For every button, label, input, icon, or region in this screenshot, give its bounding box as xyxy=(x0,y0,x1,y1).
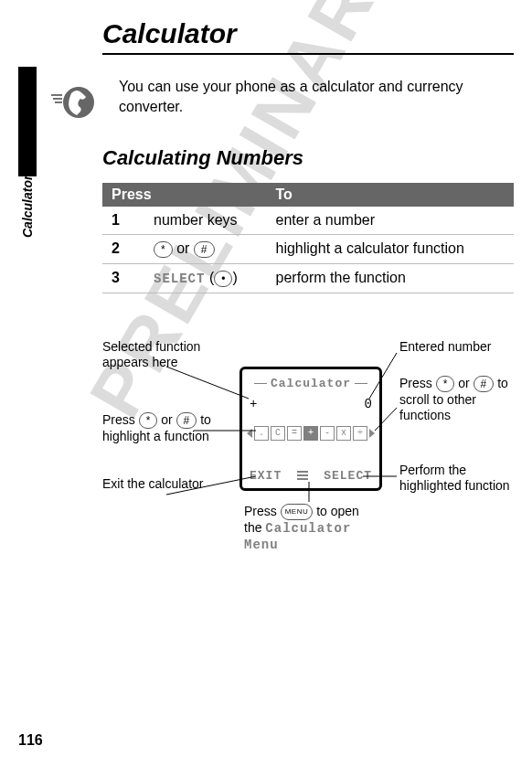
annotation-highlight-function: Press * or # to highlight a function xyxy=(102,412,230,445)
star-key-icon: * xyxy=(154,241,173,258)
func-box: x xyxy=(336,426,351,441)
th-to: To xyxy=(267,183,515,207)
screen-function-indicator: + xyxy=(250,397,257,411)
screen-entered-value: 0 xyxy=(365,397,372,411)
step-to: highlight a calculator function xyxy=(267,235,515,264)
side-label: Calculator xyxy=(20,176,35,238)
annotation-entered-number: Entered number xyxy=(399,339,509,356)
func-box: ÷ xyxy=(353,426,367,441)
select-softkey-label: SELECT xyxy=(154,272,205,286)
phone-handset-icon xyxy=(48,77,102,124)
step-press: number keys xyxy=(144,207,267,235)
func-box: = xyxy=(287,426,302,441)
star-key-icon: * xyxy=(436,376,455,392)
th-press: Press xyxy=(102,183,267,207)
heading-calculating-numbers: Calculating Numbers xyxy=(102,146,514,170)
func-box: . xyxy=(254,426,269,441)
step-press: SELECT (•) xyxy=(144,263,267,293)
intro-text: You can use your phone as a calculator a… xyxy=(119,77,514,124)
page-margin-block xyxy=(18,67,37,176)
or-text: or xyxy=(176,240,189,256)
heading-calculator: Calculator xyxy=(102,18,514,55)
table-row: 1 number keys enter a number xyxy=(102,207,514,235)
hash-key-icon: # xyxy=(194,241,215,258)
step-to: enter a number xyxy=(267,207,515,235)
hash-key-icon: # xyxy=(176,412,197,429)
phone-screen: Calculator + 0 . C = + - x ÷ EXIT SELECT xyxy=(239,367,382,491)
scroll-right-icon xyxy=(369,429,375,438)
table-row: 3 SELECT (•) perform the function xyxy=(102,263,514,293)
func-box-highlighted: + xyxy=(303,426,318,441)
page-number: 116 xyxy=(18,732,43,749)
step-to: perform the function xyxy=(267,263,515,293)
svg-line-4 xyxy=(166,367,249,399)
screen-function-row: . C = + - x ÷ xyxy=(246,426,376,441)
table-row: 2 * or # highlight a calculator function xyxy=(102,235,514,264)
menu-key-icon: MENU xyxy=(281,504,314,520)
func-box: C xyxy=(271,426,285,441)
softkey-exit: EXIT xyxy=(250,469,282,483)
ann-text: Press xyxy=(244,504,281,518)
annotation-perform-function: Perform the highlighted function xyxy=(399,463,518,495)
softkey-dot-icon: • xyxy=(214,271,232,287)
menu-icon xyxy=(297,471,308,480)
step-num: 1 xyxy=(102,207,144,235)
star-key-icon: * xyxy=(139,412,158,429)
func-box: - xyxy=(320,426,335,441)
softkey-select: SELECT xyxy=(324,469,372,483)
steps-table: Press To 1 number keys enter a number 2 … xyxy=(102,183,514,293)
annotation-exit: Exit the calculator xyxy=(102,476,212,493)
annotation-open-menu: Press MENU to open the Calculator Menu xyxy=(244,504,372,554)
step-num: 2 xyxy=(102,235,144,264)
ann-text: Press xyxy=(102,412,139,427)
screen-title: Calculator xyxy=(242,377,379,390)
step-press: * or # xyxy=(144,235,267,264)
paren-close: ) xyxy=(232,270,237,285)
calculator-diagram: Calculator + 0 . C = + - x ÷ EXIT SELECT xyxy=(102,339,514,577)
scroll-left-icon xyxy=(247,429,252,438)
annotation-selected-function: Selected function appears here xyxy=(102,339,212,371)
ann-text: Press xyxy=(399,376,436,390)
ann-text: or xyxy=(157,412,176,427)
annotation-scroll-functions: Press * or # to scroll to other function… xyxy=(399,376,518,424)
step-num: 3 xyxy=(102,263,144,293)
ann-text: or xyxy=(454,376,473,390)
hash-key-icon: # xyxy=(473,376,495,392)
